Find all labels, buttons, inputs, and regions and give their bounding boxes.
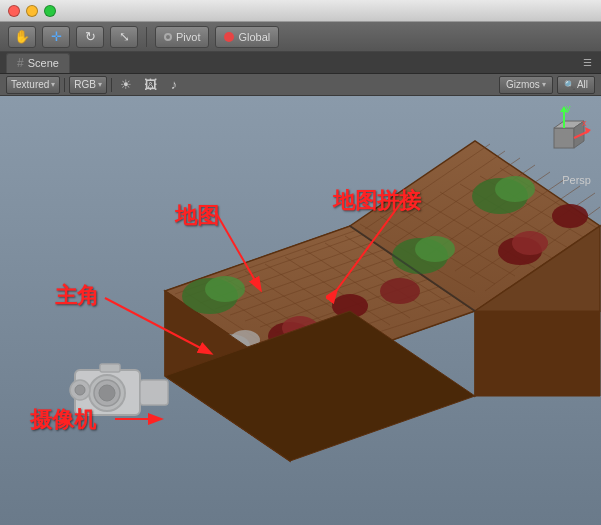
audio-icon-button[interactable]: ♪ <box>164 76 184 94</box>
all-button[interactable]: 🔍 All <box>557 76 595 94</box>
svg-point-49 <box>415 236 455 262</box>
opt-separator-2 <box>111 78 112 92</box>
scene-svg <box>0 96 601 525</box>
color-mode-select[interactable]: RGB ▾ <box>69 76 107 94</box>
all-label: All <box>577 79 588 90</box>
svg-rect-79 <box>554 128 574 148</box>
scene-tab-label: Scene <box>28 57 59 69</box>
tab-menu-button[interactable]: ☰ <box>579 55 595 71</box>
persp-label: Persp <box>562 174 591 186</box>
camera-object <box>60 350 170 430</box>
move-tool-button[interactable]: ✛ <box>42 26 70 48</box>
pivot-button[interactable]: Pivot <box>155 26 209 48</box>
svg-text:y: y <box>566 106 571 113</box>
gizmos-button[interactable]: Gizmos ▾ <box>499 76 553 94</box>
tab-hash-icon: # <box>17 56 24 70</box>
svg-marker-86 <box>585 127 591 134</box>
svg-point-74 <box>75 385 85 395</box>
svg-marker-45 <box>475 311 600 396</box>
close-button[interactable] <box>8 5 20 17</box>
gizmos-label: Gizmos <box>506 79 540 90</box>
opt-separator-1 <box>64 78 65 92</box>
hand-tool-button[interactable]: ✋ <box>8 26 36 48</box>
search-icon: 🔍 <box>564 80 575 90</box>
svg-rect-72 <box>100 364 120 372</box>
game-scene: 地图 地图拼接 主角 <box>0 96 601 525</box>
render-mode-arrow: ▾ <box>51 80 55 89</box>
options-bar: Textured ▾ RGB ▾ ☀ 🖼 ♪ Gizmos ▾ 🔍 All <box>0 74 601 96</box>
render-mode-select[interactable]: Textured ▾ <box>6 76 60 94</box>
render-mode-label: Textured <box>11 79 49 90</box>
global-label: Global <box>238 31 270 43</box>
rotate-tool-button[interactable]: ↻ <box>76 26 104 48</box>
scene-view[interactable]: 地图 地图拼接 主角 <box>0 96 601 525</box>
svg-point-47 <box>205 276 245 302</box>
tab-bar: # Scene ☰ <box>0 52 601 74</box>
window-buttons <box>8 5 56 17</box>
toolbar: ✋ ✛ ↻ ⤡ Pivot Global <box>0 22 601 52</box>
color-mode-label: RGB <box>74 79 96 90</box>
minimize-button[interactable] <box>26 5 38 17</box>
axis-gizmo[interactable]: y x Persp <box>526 106 591 186</box>
scene-tab[interactable]: # Scene <box>6 53 70 73</box>
scale-tool-button[interactable]: ⤡ <box>110 26 138 48</box>
global-button[interactable]: Global <box>215 26 279 48</box>
svg-point-57 <box>552 204 588 228</box>
svg-text:x: x <box>582 118 587 128</box>
svg-point-58 <box>380 278 420 304</box>
toolbar-separator <box>146 27 147 47</box>
color-mode-arrow: ▾ <box>98 80 102 89</box>
global-icon <box>224 32 234 42</box>
svg-point-56 <box>512 231 548 255</box>
pivot-icon <box>164 33 172 41</box>
pivot-label: Pivot <box>176 31 200 43</box>
maximize-button[interactable] <box>44 5 56 17</box>
svg-rect-71 <box>140 380 168 405</box>
sun-icon-button[interactable]: ☀ <box>116 76 136 94</box>
gizmos-arrow: ▾ <box>542 80 546 89</box>
title-bar <box>0 0 601 22</box>
axis-svg: y x <box>526 106 591 176</box>
image-icon-button[interactable]: 🖼 <box>140 76 160 94</box>
svg-point-70 <box>99 385 115 401</box>
